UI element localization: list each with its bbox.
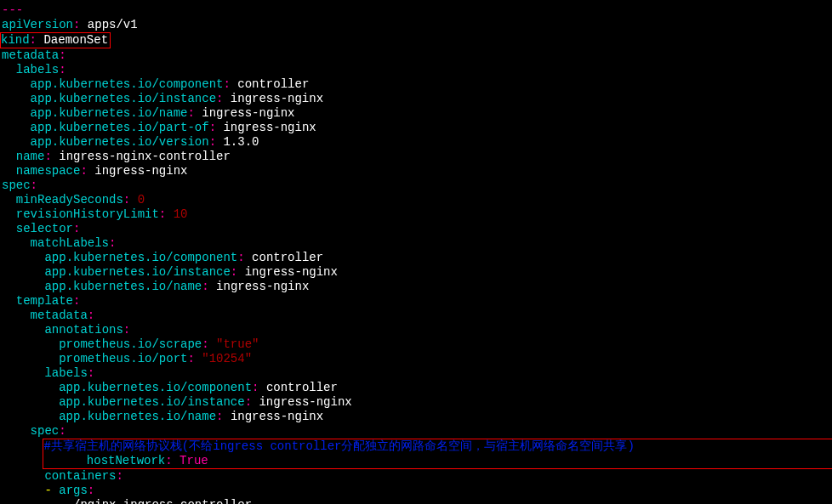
value-true: True [180,454,208,467]
value-kind: DaemonSet [43,33,108,47]
key-ioname: app.kubernetes.io/name [59,410,216,423]
value-ingress-nginx: ingress-nginx [216,280,309,293]
colon: : [123,323,130,337]
key-kind: kind [1,33,30,47]
value-ingress-nginx: ingress-nginx [245,265,338,279]
key-ioname: app.kubernetes.io/name [44,280,202,293]
key-minreadyseconds: minReadySeconds [16,193,123,207]
value-controller: controller [252,251,323,264]
colon: : [116,469,123,483]
key-args: args [59,484,88,497]
colon: : [30,33,37,47]
colon: : [202,280,208,293]
colon: : [73,222,80,235]
yaml-document-start: --- [2,3,23,17]
key-selector: selector [16,222,73,235]
key-component: app.kubernetes.io/component [31,77,224,91]
colon: : [187,352,194,365]
colon: : [123,193,130,207]
key-ioname: app.kubernetes.io/name [31,106,188,120]
value-ingress-nginx: ingress-nginx [231,410,323,423]
key-instance: app.kubernetes.io/instance [31,92,216,105]
key-spec: spec [31,424,60,438]
value-ingress-nginx: ingress-nginx [223,121,316,134]
key-partof: app.kubernetes.io/part-of [31,121,209,134]
value-zero: 0 [138,193,145,207]
value-ingress-nginx: ingress-nginx [231,92,323,105]
key-scrape: prometheus.io/scrape [59,337,202,351]
colon: : [109,236,116,250]
key-component: app.kubernetes.io/component [59,381,252,394]
colon: : [252,381,259,394]
value-version: 1.3.0 [223,135,259,149]
value-controller: controller [266,381,338,394]
colon: : [209,121,216,134]
key-template: template [16,294,73,308]
colon: : [80,164,87,178]
colon: : [88,366,94,380]
colon: : [44,150,51,163]
colon: : [73,294,80,308]
value-controller: controller [237,77,309,91]
key-hostnetwork: hostNetwork [87,454,165,467]
value-namespace: ingress-nginx [94,164,187,178]
colon: : [245,395,252,409]
key-annotations: annotations [44,323,123,337]
key-port: prometheus.io/port [59,352,187,365]
colon: : [88,484,94,497]
key-apiversion: apiVersion [2,18,73,31]
highlight-kind-line: kind: DaemonSet [0,32,111,48]
colon: : [237,251,244,264]
colon: : [88,309,94,322]
key-instance: app.kubernetes.io/instance [59,395,244,409]
key-containers: containers [44,469,116,483]
value-ingress-nginx: ingress-nginx [259,395,351,409]
key-spec: spec [2,178,31,192]
colon: : [202,337,208,351]
value-port: "10254" [202,352,252,365]
colon: : [209,135,216,149]
key-labels: labels [16,63,59,76]
key-metadata: metadata [2,48,59,62]
colon: : [216,92,223,105]
dash-icon: - [59,498,66,504]
value-name: ingress-nginx-controller [59,150,231,163]
key-component: app.kubernetes.io/component [44,251,237,264]
key-name: name [16,150,45,163]
colon: : [231,265,237,279]
comment-hostnetwork: #共享宿主机的网络协议栈(不给ingress controller分配独立的网路… [43,439,634,453]
value-apiversion: apps/v1 [88,18,138,31]
key-matchlabels: matchLabels [31,236,109,250]
value-nginx-controller: /nginx-ingress-controller [73,498,252,504]
colon: : [216,410,223,423]
key-metadata: metadata [31,309,88,322]
key-revisionhistorylimit: revisionHistoryLimit [16,207,159,221]
colon: : [59,63,66,76]
key-labels: labels [44,366,87,380]
highlight-hostnetwork-block: #共享宿主机的网络协议栈(不给ingress controller分配独立的网路… [43,439,832,469]
key-version: app.kubernetes.io/version [31,135,209,149]
value-ten: 10 [174,207,188,221]
colon: : [159,207,166,221]
colon: : [187,106,194,120]
colon: : [59,48,66,62]
key-namespace: namespace [16,164,81,178]
value-ingress-nginx: ingress-nginx [202,106,294,120]
colon: : [31,178,37,192]
colon: : [223,77,230,91]
key-instance: app.kubernetes.io/instance [44,265,230,279]
colon: : [165,454,172,467]
colon: : [73,18,80,31]
value-scrape: "true" [216,337,259,351]
colon: : [59,424,66,438]
dash-icon: - [44,484,51,497]
